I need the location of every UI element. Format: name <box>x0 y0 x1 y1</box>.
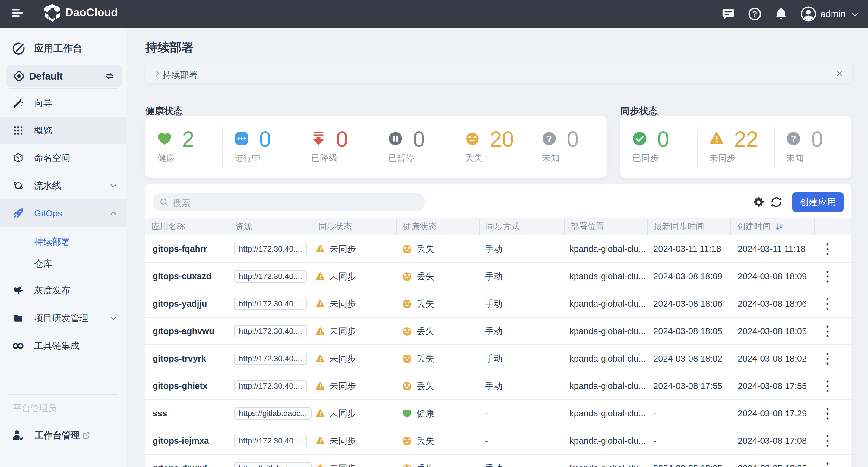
svg-text:?: ? <box>547 134 552 143</box>
svg-text:?: ? <box>752 9 757 19</box>
svg-text:?: ? <box>791 134 796 143</box>
